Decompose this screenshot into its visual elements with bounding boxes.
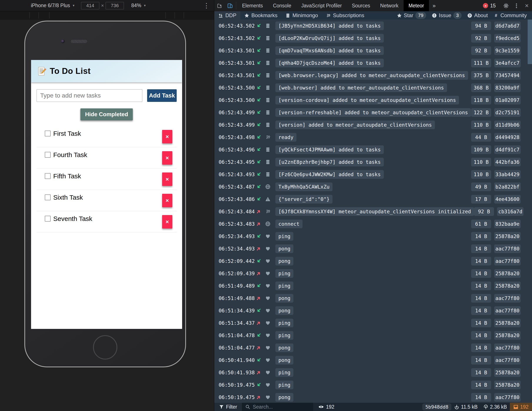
subtab-label: Subscriptions [333, 12, 364, 19]
ddp-log-row[interactable]: 06:52:34.493ping14 B25878a20 [214, 230, 532, 243]
tab-sources[interactable]: Sources [347, 0, 375, 11]
device-emulator-pane: iPhone 6/7/8 Plus ▼ × 84% ▼ ⋮ [0, 0, 214, 411]
ddp-log-row[interactable]: 06:50:19.475ping14 B25878a20 [214, 379, 532, 391]
ddp-log-row[interactable]: 06:52:43.499[version] added to meteor_au… [214, 119, 532, 131]
task-checkbox[interactable] [45, 216, 51, 222]
ddp-log-row[interactable]: 06:50:19.475pong14 Baac77f80 [214, 391, 532, 403]
media-query-tick [49, 12, 49, 19]
delete-task-button[interactable]: × [162, 151, 172, 165]
collection-icon [265, 147, 275, 152]
delete-task-button[interactable]: × [162, 194, 172, 207]
total-count-group[interactable]: 192 [510, 403, 532, 411]
log-timestamp: 06:52:43.483 [219, 221, 256, 227]
log-size: 110 B [471, 121, 491, 129]
tab-elements[interactable]: Elements [237, 0, 268, 11]
device-toolbar-toggle-icon[interactable] [225, 0, 235, 11]
ddp-log-row[interactable]: 06:52:09.442pong14 Baac77f80 [214, 255, 532, 267]
ddp-log-row[interactable]: 06:52:43.495[u2znE8pzhrBejhbp7] added to… [214, 156, 532, 168]
ddp-log-row[interactable]: 06:51:34.439pong14 Baac77f80 [214, 304, 532, 317]
link-community[interactable]: #Community [491, 12, 529, 19]
link-issue[interactable]: Issue3 [430, 12, 464, 19]
log-hash: 25878a20 [494, 319, 521, 327]
ddp-log-row[interactable]: 06:51:49.489ping14 B25878a20 [214, 280, 532, 292]
delete-task-button[interactable]: × [162, 130, 172, 143]
delete-task-button[interactable]: × [162, 172, 172, 186]
ddp-log-row[interactable]: 06:51:49.488pong14 Baac77f80 [214, 292, 532, 304]
ddp-log-row[interactable]: 06:52:09.439ping14 B25878a20 [214, 267, 532, 280]
ddp-log-row[interactable]: 06:52:43.501[web.browser.legacy] added t… [214, 69, 532, 82]
device-area: To Do List Add Task Hide Completed First… [0, 19, 214, 411]
tab-javascript-profiler[interactable]: JavaScript Profiler [296, 0, 347, 11]
device-width-input[interactable] [81, 2, 99, 9]
ddp-log-row[interactable]: 06:52:43.498ready44 Bd4494928 [214, 131, 532, 143]
inspect-element-icon[interactable] [214, 0, 225, 11]
media-query-tick [184, 12, 184, 19]
connection-icon [265, 184, 275, 189]
close-devtools-icon[interactable]: × [522, 2, 532, 9]
zoom-select[interactable]: 84% ▼ [131, 3, 146, 9]
task-checkbox[interactable] [45, 131, 51, 136]
ddp-log-row[interactable]: 06:52:34.493pong14 Baac77f80 [214, 243, 532, 255]
error-badge[interactable]: × 15 [480, 3, 499, 9]
task-checkbox[interactable] [45, 194, 51, 200]
ddp-log: 06:52:43.502[JB5yYnn2HD5XiB634] added to… [214, 19, 532, 403]
tab-meteor[interactable]: Meteor [404, 0, 429, 11]
arrow-in-icon [256, 308, 265, 313]
ddp-log-row[interactable]: 06:52:43.493[Fz6CQe6pv4JWW2KMw] added to… [214, 168, 532, 180]
ddp-log-row[interactable]: 06:52:43.484[6Jf8CXk8YmnssXY4W] meteor_a… [214, 205, 532, 218]
log-size: 375 B [471, 71, 491, 80]
device-toolbar-menu-icon[interactable]: ⋮ [203, 2, 210, 9]
log-size: 17 B [471, 195, 491, 204]
devtools-menu-icon[interactable] [511, 3, 522, 9]
link-star[interactable]: Star79 [395, 12, 428, 19]
ddp-log-row[interactable]: 06:52:43.483connect61 B832baa9e [214, 218, 532, 230]
log-hash: 73457494 [494, 71, 521, 80]
new-task-input[interactable] [37, 89, 142, 102]
heartbeat-icon [265, 246, 275, 251]
more-tabs-button[interactable]: » [429, 0, 439, 11]
subtab-bookmarks[interactable]: Bookmarks [240, 11, 281, 19]
ddp-log-row[interactable]: 06:52:43.501[qmD7vaqTMxs6ANsdb] added to… [214, 44, 532, 57]
ddp-log-row[interactable]: 06:52:43.496[yQCkFsect4JPMAAwm] added to… [214, 143, 532, 156]
settings-gear-icon[interactable] [501, 3, 511, 9]
ddp-log-row[interactable]: 06:50:41.940pong14 Baac77f80 [214, 354, 532, 366]
dimension-times-label: × [101, 3, 104, 9]
ddp-log-row[interactable]: 06:52:43.487TxByMhhQa5CAWLxZu49 Bb2a822b… [214, 180, 532, 193]
add-task-button[interactable]: Add Task [147, 89, 177, 102]
tab-network[interactable]: Network [375, 0, 403, 11]
home-button[interactable] [93, 335, 117, 360]
scrollbar-thumb[interactable] [528, 19, 532, 64]
subtab-subscriptions[interactable]: Subscriptions [322, 11, 368, 19]
hide-completed-button[interactable]: Hide Completed [80, 108, 133, 120]
device-select[interactable]: iPhone 6/7/8 Plus ▼ [31, 3, 75, 9]
ddp-log-row[interactable]: 06:52:43.502[dLooP2KwDruQvQ7ij] added to… [214, 32, 532, 44]
heartbeat-icon [265, 295, 275, 301]
subtab-ddp[interactable]: DDP [214, 11, 240, 19]
ddp-log-row[interactable]: 06:52:43.501[qHha4D7jqcDszoMe4] added to… [214, 57, 532, 69]
task-list: First Task×Fourth Task×Fifth Task×Sixth … [37, 126, 177, 233]
search-input[interactable] [253, 404, 301, 410]
link-about[interactable]: ?About [465, 12, 490, 19]
tab-console[interactable]: Console [268, 0, 296, 11]
task-checkbox[interactable] [45, 152, 51, 158]
ddp-log-row[interactable]: 06:51:04.478ping14 B25878a20 [214, 329, 532, 342]
ddp-log-row[interactable]: 06:52:43.486{"server_id":"0"}17 B4ee4360… [214, 193, 532, 205]
ddp-log-row[interactable]: 06:52:43.500[version-cordova] added to m… [214, 94, 532, 106]
filter-button[interactable]: Filter [214, 403, 242, 411]
phone-camera [61, 39, 65, 43]
ddp-log-row[interactable]: 06:51:04.477pong14 Baac77f80 [214, 342, 532, 354]
svg-text:?: ? [469, 14, 471, 17]
ddp-log-row[interactable]: 06:52:43.502[JB5yYnn2HD5XiB634] added to… [214, 19, 532, 32]
task-label: First Task [53, 130, 81, 137]
delete-task-button[interactable]: × [162, 215, 172, 229]
collection-icon [265, 23, 275, 28]
ddp-log-row[interactable]: 06:52:43.500[web.browser] added to meteo… [214, 82, 532, 94]
task-checkbox[interactable] [45, 173, 51, 179]
ddp-log-row[interactable]: 06:50:41.938ping14 B25878a20 [214, 366, 532, 379]
log-hash: 25878a20 [494, 269, 521, 278]
ddp-log-row[interactable]: 06:52:43.499[version-refreshable] added … [214, 106, 532, 119]
log-hash: 442bfa36 [494, 158, 521, 166]
ddp-log-row[interactable]: 06:51:34.437ping14 B25878a20 [214, 317, 532, 329]
subtab-minimongo[interactable]: Minimongo [281, 11, 322, 19]
device-height-input[interactable] [106, 2, 124, 9]
